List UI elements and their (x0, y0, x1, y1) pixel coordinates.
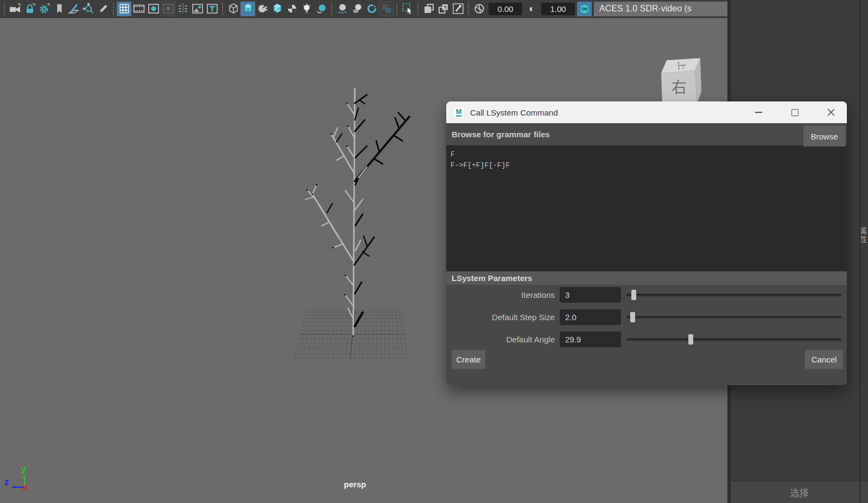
slider-track[interactable] (626, 294, 841, 296)
view-cube-front-label: 右 (671, 79, 687, 96)
make-live-icon-disabled[interactable] (379, 2, 394, 16)
step-size-row: Default Step Size 2.0 (446, 309, 847, 325)
angle-row: Default Angle 29.9 (446, 332, 847, 347)
iterations-field[interactable]: 3 (560, 287, 621, 303)
slider-track[interactable] (626, 316, 841, 319)
view-cube-top-label: 上 (676, 61, 687, 71)
light-bulb-icon[interactable] (299, 2, 314, 16)
object-mask-icon[interactable] (146, 2, 161, 16)
maya-logo-icon: M (453, 106, 465, 118)
exposure-field[interactable]: 0.00 (489, 3, 522, 15)
edge-divider (859, 0, 860, 503)
slider-handle[interactable] (631, 290, 636, 300)
grammar-text-area[interactable]: F F->F[+F]F[-F]F (446, 145, 847, 271)
create-button[interactable]: Create (452, 350, 485, 369)
toolbar-grip[interactable] (331, 3, 332, 15)
snap-rotate-icon[interactable] (364, 2, 379, 16)
iterations-row: Iterations 3 (446, 287, 847, 303)
default-lighting-icon[interactable] (314, 2, 328, 16)
render-view-icon[interactable] (421, 2, 436, 16)
checker-material-icon[interactable] (284, 2, 299, 16)
image-mask-icon[interactable] (190, 2, 205, 16)
axis-indicator: y z (3, 460, 36, 498)
toolbar-grip[interactable] (4, 3, 5, 15)
step-size-field[interactable]: 2.0 (560, 309, 621, 325)
toolbar-grip[interactable] (222, 3, 223, 15)
toolbar-grip[interactable] (468, 3, 469, 15)
view-cube[interactable]: 上 右 (654, 53, 706, 109)
angle-field[interactable]: 29.9 (560, 332, 621, 347)
text-tool-icon[interactable] (205, 2, 219, 16)
angle-label: Default Angle (446, 335, 560, 344)
minimize-button[interactable] (750, 104, 766, 120)
wireframe-cube-icon[interactable] (226, 2, 240, 16)
browse-button[interactable]: Browse (803, 126, 845, 147)
slider-handle[interactable] (688, 334, 693, 345)
select-by-hierarchy-icon[interactable] (117, 2, 131, 16)
on-badge: ON (579, 4, 590, 14)
maya-window: 0.00 ◐ 1.00 ON ACES 1.0 SDR-video (s 上 右… (0, 0, 868, 503)
angle-slider[interactable] (626, 332, 841, 347)
parameters-header: LSystem Parameters (446, 271, 847, 285)
axis-y-label: y (21, 464, 26, 474)
close-button[interactable] (823, 104, 839, 120)
shaded-wireframe-icon[interactable] (255, 2, 270, 16)
slider-track[interactable] (626, 338, 841, 341)
exposure-icon[interactable] (472, 2, 486, 16)
grammar-line: F->F[+F]F[-F]F (451, 160, 847, 171)
lock-icon[interactable] (22, 2, 37, 16)
render-current-frame-icon[interactable] (436, 2, 451, 16)
dialog-button-row: Create Cancel (446, 350, 847, 369)
step-size-label: Default Step Size (446, 313, 560, 322)
color-management-toggle[interactable]: ON (577, 2, 592, 16)
gamma-field[interactable]: 1.00 (541, 3, 575, 15)
attribute-editor-tab[interactable]: 属性 (861, 227, 868, 255)
axis-z-label: z (4, 477, 9, 487)
symmetry-icon[interactable] (175, 2, 190, 16)
status-line-toolbar: 0.00 ◐ 1.00 ON ACES 1.0 SDR-video (s (0, 0, 727, 18)
svg-text:M: M (456, 107, 462, 116)
maximize-button[interactable] (787, 104, 803, 120)
layer-pen-icon[interactable] (66, 2, 81, 16)
slider-handle[interactable] (630, 312, 635, 322)
camera-label: persp (328, 480, 382, 489)
grammar-files-header: Browse for grammar files (446, 123, 847, 145)
exposure-value: 0.00 (497, 4, 513, 14)
textured-cube-icon[interactable] (270, 2, 284, 16)
select-section-header: 选择 (731, 481, 868, 503)
snap-move-icon[interactable] (81, 2, 96, 16)
cancel-button[interactable]: Cancel (805, 350, 843, 369)
dialog-titlebar[interactable]: M Call LSystem Command (446, 101, 847, 123)
iterations-slider[interactable] (626, 287, 841, 303)
dialog-title: Call LSystem Command (470, 108, 558, 117)
snap-to-curve-icon[interactable] (350, 2, 364, 16)
grammar-line: F (451, 149, 847, 160)
toolbar-grip[interactable] (113, 3, 114, 15)
step-size-slider[interactable] (626, 309, 841, 325)
gamma-value: 1.00 (550, 4, 566, 14)
toolbar-grip[interactable] (417, 3, 419, 15)
camera-icon[interactable] (8, 2, 22, 16)
film-mask-icon[interactable] (131, 2, 146, 16)
bookmark-icon[interactable] (52, 2, 66, 16)
close-icon (827, 109, 835, 116)
marquee-select-icon[interactable] (400, 2, 415, 16)
toolbar-grip[interactable] (396, 3, 397, 15)
component-mask-icon-disabled[interactable] (161, 2, 175, 16)
pencil-icon[interactable] (96, 2, 110, 16)
iterations-label: Iterations (446, 290, 560, 300)
lsystem-dialog: M Call LSystem Command Browse for gramma… (446, 101, 847, 385)
gear-icon[interactable] (37, 2, 52, 16)
shaded-display-icon[interactable] (240, 2, 255, 16)
color-space-selector[interactable]: ACES 1.0 SDR-video (s (594, 2, 727, 16)
snap-to-grid-icon[interactable] (335, 2, 350, 16)
ipr-render-icon[interactable] (451, 2, 465, 16)
gamma-contrast-icon[interactable]: ◐ (524, 2, 539, 16)
